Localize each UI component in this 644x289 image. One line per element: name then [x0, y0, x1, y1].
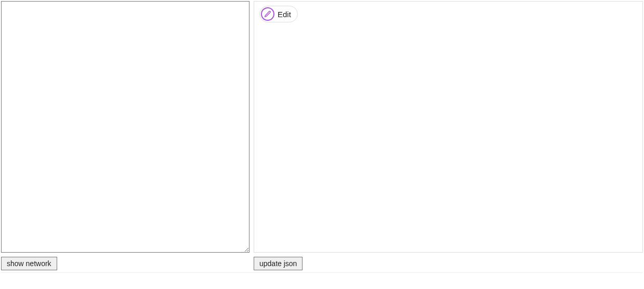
edit-button[interactable]: Edit	[259, 6, 298, 22]
left-button-row: show network	[1, 257, 249, 270]
update-json-button[interactable]: update json	[254, 257, 303, 270]
edit-icon	[261, 7, 274, 21]
network-canvas[interactable]: Edit	[254, 1, 643, 253]
show-network-button[interactable]: show network	[1, 257, 57, 270]
right-panel: Edit update json	[254, 1, 643, 270]
main-container: show network Edit update json	[1, 1, 643, 273]
edit-button-label: Edit	[278, 10, 291, 19]
network-input-textarea[interactable]	[1, 1, 249, 253]
right-button-row: update json	[254, 257, 643, 270]
left-panel: show network	[1, 1, 249, 270]
